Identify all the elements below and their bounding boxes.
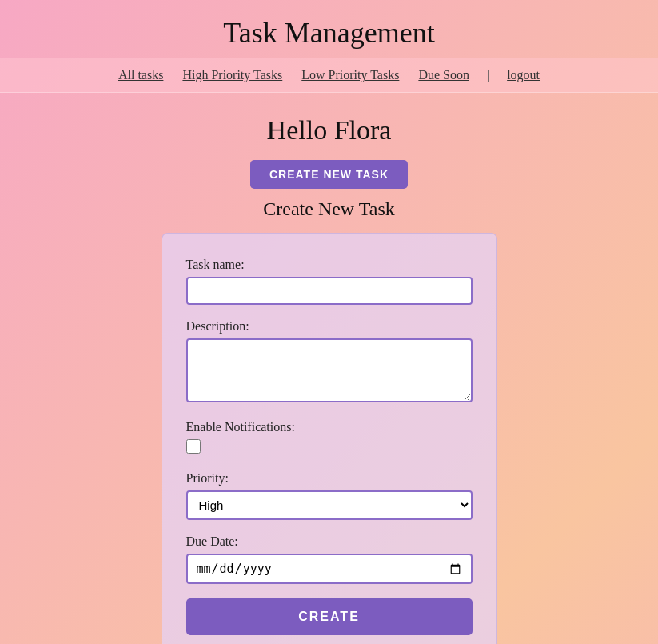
create-task-form-container: Task name: Description: Enable Notificat… <box>162 233 497 644</box>
due-soon-link[interactable]: Due Soon <box>418 68 469 82</box>
description-textarea[interactable] <box>186 338 473 402</box>
create-task-form: Task name: Description: Enable Notificat… <box>186 258 473 635</box>
create-new-task-button[interactable]: CREATE NEW TASK <box>250 160 408 189</box>
due-date-group: Due Date: <box>186 534 473 584</box>
task-name-input[interactable] <box>186 277 473 305</box>
nav-separator: | <box>487 68 489 82</box>
priority-group: Priority: High Medium Low <box>186 471 473 520</box>
form-section-title: Create New Task <box>0 198 658 220</box>
task-name-label: Task name: <box>186 258 473 272</box>
description-label: Description: <box>186 319 473 334</box>
due-date-label: Due Date: <box>186 534 473 549</box>
enable-notifications-label: Enable Notifications: <box>186 420 473 434</box>
hello-greeting: Hello Flora <box>0 115 658 146</box>
due-date-input[interactable] <box>186 554 473 584</box>
all-tasks-link[interactable]: All tasks <box>118 68 163 82</box>
notifications-group: Enable Notifications: <box>186 420 473 457</box>
low-priority-link[interactable]: Low Priority Tasks <box>301 68 399 82</box>
description-group: Description: <box>186 319 473 406</box>
page-title: Task Management <box>0 0 658 58</box>
priority-label: Priority: <box>186 471 473 486</box>
navigation-bar: All tasks High Priority Tasks Low Priori… <box>0 58 658 93</box>
priority-select[interactable]: High Medium Low <box>186 490 473 520</box>
submit-create-button[interactable]: CREATE <box>186 598 473 635</box>
high-priority-link[interactable]: High Priority Tasks <box>182 68 282 82</box>
logout-link[interactable]: logout <box>507 68 540 82</box>
enable-notifications-checkbox[interactable] <box>186 439 201 454</box>
task-name-group: Task name: <box>186 258 473 305</box>
